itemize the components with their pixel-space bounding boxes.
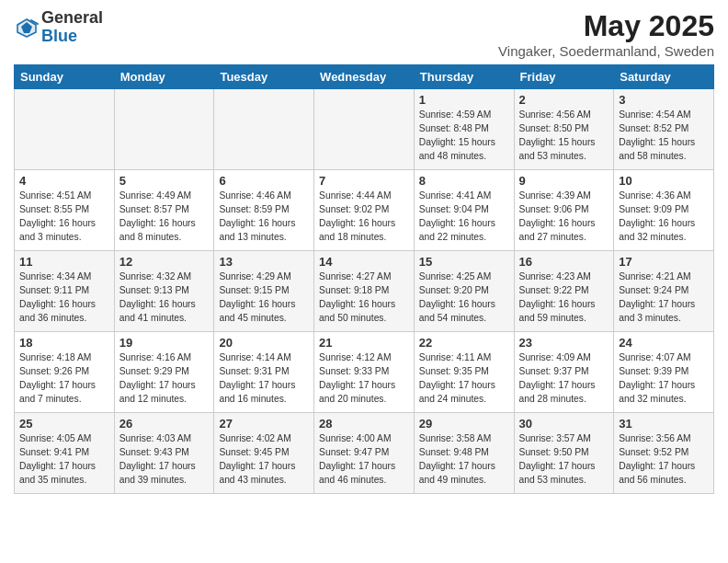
calendar-cell-3-6: 24Sunrise: 4:07 AM Sunset: 9:39 PM Dayli… <box>614 332 714 413</box>
day-info: Sunrise: 4:56 AM Sunset: 8:50 PM Dayligh… <box>519 109 609 164</box>
day-number: 25 <box>19 417 109 431</box>
calendar-cell-2-6: 17Sunrise: 4:21 AM Sunset: 9:24 PM Dayli… <box>614 251 714 332</box>
day-info: Sunrise: 4:36 AM Sunset: 9:09 PM Dayligh… <box>619 190 709 245</box>
calendar-cell-3-1: 19Sunrise: 4:16 AM Sunset: 9:29 PM Dayli… <box>114 332 214 413</box>
title-area: May 2025 Vingaker, Soedermanland, Sweden <box>498 9 714 59</box>
day-info: Sunrise: 4:07 AM Sunset: 9:39 PM Dayligh… <box>619 351 709 407</box>
calendar-cell-4-4: 29Sunrise: 3:58 AM Sunset: 9:48 PM Dayli… <box>414 413 514 494</box>
calendar-cell-0-4: 1Sunrise: 4:59 AM Sunset: 8:48 PM Daylig… <box>414 89 514 170</box>
calendar-cell-3-2: 20Sunrise: 4:14 AM Sunset: 9:31 PM Dayli… <box>214 332 314 413</box>
weekday-header-row: Sunday Monday Tuesday Wednesday Thursday… <box>15 65 714 89</box>
calendar-cell-0-2 <box>214 89 314 170</box>
day-number: 17 <box>619 255 709 269</box>
day-number: 28 <box>319 417 409 431</box>
week-row-1: 1Sunrise: 4:59 AM Sunset: 8:48 PM Daylig… <box>15 89 714 170</box>
day-info: Sunrise: 3:58 AM Sunset: 9:48 PM Dayligh… <box>419 432 509 488</box>
calendar-cell-0-0 <box>15 89 115 170</box>
week-row-5: 25Sunrise: 4:05 AM Sunset: 9:41 PM Dayli… <box>15 413 714 494</box>
calendar-cell-2-3: 14Sunrise: 4:27 AM Sunset: 9:18 PM Dayli… <box>314 251 415 332</box>
day-number: 7 <box>319 174 409 188</box>
calendar-cell-4-0: 25Sunrise: 4:05 AM Sunset: 9:41 PM Dayli… <box>15 413 115 494</box>
calendar-cell-1-5: 9Sunrise: 4:39 AM Sunset: 9:06 PM Daylig… <box>514 170 614 251</box>
day-info: Sunrise: 4:27 AM Sunset: 9:18 PM Dayligh… <box>319 270 409 326</box>
day-number: 13 <box>219 255 309 269</box>
calendar-cell-4-6: 31Sunrise: 3:56 AM Sunset: 9:52 PM Dayli… <box>614 413 714 494</box>
logo-area: General Blue <box>14 9 103 46</box>
day-number: 12 <box>119 255 210 269</box>
calendar-cell-4-2: 27Sunrise: 4:02 AM Sunset: 9:45 PM Dayli… <box>214 413 314 494</box>
calendar-cell-2-2: 13Sunrise: 4:29 AM Sunset: 9:15 PM Dayli… <box>214 251 314 332</box>
day-info: Sunrise: 4:29 AM Sunset: 9:15 PM Dayligh… <box>219 270 309 326</box>
day-number: 14 <box>319 255 409 269</box>
day-number: 3 <box>619 93 709 107</box>
calendar-cell-3-4: 22Sunrise: 4:11 AM Sunset: 9:35 PM Dayli… <box>414 332 514 413</box>
day-number: 20 <box>219 336 309 350</box>
header-saturday: Saturday <box>614 65 714 89</box>
calendar-cell-2-4: 15Sunrise: 4:25 AM Sunset: 9:20 PM Dayli… <box>414 251 514 332</box>
header-friday: Friday <box>514 65 614 89</box>
day-info: Sunrise: 3:56 AM Sunset: 9:52 PM Dayligh… <box>619 432 709 488</box>
day-info: Sunrise: 4:03 AM Sunset: 9:43 PM Dayligh… <box>119 432 210 488</box>
calendar-cell-3-0: 18Sunrise: 4:18 AM Sunset: 9:26 PM Dayli… <box>15 332 115 413</box>
day-info: Sunrise: 4:12 AM Sunset: 9:33 PM Dayligh… <box>319 351 409 407</box>
calendar-cell-1-3: 7Sunrise: 4:44 AM Sunset: 9:02 PM Daylig… <box>314 170 415 251</box>
day-info: Sunrise: 4:11 AM Sunset: 9:35 PM Dayligh… <box>419 351 509 407</box>
calendar-cell-1-1: 5Sunrise: 4:49 AM Sunset: 8:57 PM Daylig… <box>114 170 214 251</box>
day-number: 26 <box>119 417 210 431</box>
day-number: 16 <box>519 255 609 269</box>
calendar-cell-4-5: 30Sunrise: 3:57 AM Sunset: 9:50 PM Dayli… <box>514 413 614 494</box>
day-number: 22 <box>419 336 509 350</box>
day-info: Sunrise: 4:49 AM Sunset: 8:57 PM Dayligh… <box>119 190 210 245</box>
day-number: 21 <box>319 336 409 350</box>
day-info: Sunrise: 4:54 AM Sunset: 8:52 PM Dayligh… <box>619 109 709 164</box>
location-title: Vingaker, Soedermanland, Sweden <box>498 43 714 59</box>
calendar-cell-1-2: 6Sunrise: 4:46 AM Sunset: 8:59 PM Daylig… <box>214 170 314 251</box>
day-info: Sunrise: 4:14 AM Sunset: 9:31 PM Dayligh… <box>219 351 309 407</box>
day-number: 2 <box>519 93 609 107</box>
calendar-cell-0-3 <box>314 89 415 170</box>
calendar-cell-0-6: 3Sunrise: 4:54 AM Sunset: 8:52 PM Daylig… <box>614 89 714 170</box>
day-number: 19 <box>119 336 210 350</box>
day-number: 31 <box>619 417 709 431</box>
week-row-2: 4Sunrise: 4:51 AM Sunset: 8:55 PM Daylig… <box>15 170 714 251</box>
calendar-cell-4-1: 26Sunrise: 4:03 AM Sunset: 9:43 PM Dayli… <box>114 413 214 494</box>
header: General Blue May 2025 Vingaker, Soederma… <box>14 9 714 59</box>
day-number: 5 <box>119 174 210 188</box>
calendar-cell-1-4: 8Sunrise: 4:41 AM Sunset: 9:04 PM Daylig… <box>414 170 514 251</box>
header-sunday: Sunday <box>15 65 115 89</box>
day-number: 15 <box>419 255 509 269</box>
day-info: Sunrise: 4:32 AM Sunset: 9:13 PM Dayligh… <box>119 270 210 326</box>
calendar-cell-1-0: 4Sunrise: 4:51 AM Sunset: 8:55 PM Daylig… <box>15 170 115 251</box>
day-number: 18 <box>19 336 109 350</box>
header-thursday: Thursday <box>414 65 514 89</box>
day-info: Sunrise: 4:39 AM Sunset: 9:06 PM Dayligh… <box>519 190 609 245</box>
day-number: 30 <box>519 417 609 431</box>
day-number: 24 <box>619 336 709 350</box>
day-info: Sunrise: 4:05 AM Sunset: 9:41 PM Dayligh… <box>19 432 109 488</box>
header-wednesday: Wednesday <box>314 65 415 89</box>
day-number: 29 <box>419 417 509 431</box>
day-info: Sunrise: 4:44 AM Sunset: 9:02 PM Dayligh… <box>319 190 409 245</box>
week-row-3: 11Sunrise: 4:34 AM Sunset: 9:11 PM Dayli… <box>15 251 714 332</box>
page: General Blue May 2025 Vingaker, Soederma… <box>0 0 728 503</box>
day-info: Sunrise: 4:34 AM Sunset: 9:11 PM Dayligh… <box>19 270 109 326</box>
day-info: Sunrise: 3:57 AM Sunset: 9:50 PM Dayligh… <box>519 432 609 488</box>
day-number: 11 <box>19 255 109 269</box>
day-number: 6 <box>219 174 309 188</box>
calendar-cell-0-5: 2Sunrise: 4:56 AM Sunset: 8:50 PM Daylig… <box>514 89 614 170</box>
day-info: Sunrise: 4:02 AM Sunset: 9:45 PM Dayligh… <box>219 432 309 488</box>
day-info: Sunrise: 4:00 AM Sunset: 9:47 PM Dayligh… <box>319 432 409 488</box>
calendar-cell-3-3: 21Sunrise: 4:12 AM Sunset: 9:33 PM Dayli… <box>314 332 415 413</box>
day-info: Sunrise: 4:18 AM Sunset: 9:26 PM Dayligh… <box>19 351 109 407</box>
day-info: Sunrise: 4:59 AM Sunset: 8:48 PM Dayligh… <box>419 109 509 164</box>
header-tuesday: Tuesday <box>214 65 314 89</box>
day-info: Sunrise: 4:25 AM Sunset: 9:20 PM Dayligh… <box>419 270 509 326</box>
day-number: 10 <box>619 174 709 188</box>
calendar-cell-3-5: 23Sunrise: 4:09 AM Sunset: 9:37 PM Dayli… <box>514 332 614 413</box>
day-number: 9 <box>519 174 609 188</box>
day-info: Sunrise: 4:23 AM Sunset: 9:22 PM Dayligh… <box>519 270 609 326</box>
day-number: 27 <box>219 417 309 431</box>
calendar-cell-2-0: 11Sunrise: 4:34 AM Sunset: 9:11 PM Dayli… <box>15 251 115 332</box>
logo-blue-text: Blue <box>41 28 103 46</box>
day-info: Sunrise: 4:09 AM Sunset: 9:37 PM Dayligh… <box>519 351 609 407</box>
